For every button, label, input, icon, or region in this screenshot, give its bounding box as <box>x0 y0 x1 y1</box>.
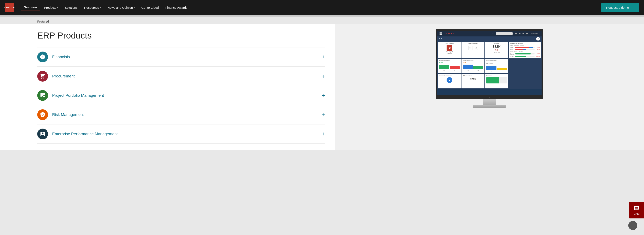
epm-icon <box>37 128 48 139</box>
widget-ap-reconciliation: AP Reconciliation $100K AP GL <box>438 59 461 73</box>
chat-label: Chat <box>634 212 639 215</box>
widget-close-calendar: Close Calendar -2 Tue Sep 29 Sep 16 <box>438 42 461 58</box>
product-label-financials: Financials <box>52 55 318 59</box>
expand-financials-icon[interactable]: + <box>322 54 325 60</box>
nav-get-to-cloud[interactable]: Get to Cloud <box>138 4 162 11</box>
list-item[interactable]: Procurement + <box>37 67 325 86</box>
top-strip <box>0 15 644 16</box>
product-list: $ Financials + Procurement + <box>37 47 325 144</box>
journal-note: +34 and +50k <box>494 52 500 53</box>
subledger-icons: GL AR <box>468 46 478 50</box>
project-portfolio-icon <box>37 90 48 101</box>
product-label-project: Project Portfolio Management <box>52 93 318 98</box>
nav-finance-awards[interactable]: Finance Awards <box>162 4 190 11</box>
nav-news[interactable]: News and Opinion ▾ <box>104 4 138 11</box>
monitor-stand-neck <box>483 99 496 105</box>
monitor-chin <box>436 96 543 99</box>
logo[interactable]: ORACLE <box>5 3 14 12</box>
toolbar-dot <box>441 38 442 39</box>
help-icon[interactable]: ? <box>536 37 540 40</box>
menu-icon: ☰ <box>439 32 442 35</box>
nav-resources[interactable]: Resources ▾ <box>81 4 104 11</box>
chevron-down-icon: ▾ <box>134 6 135 9</box>
scroll-up-button[interactable]: ↑ <box>628 221 638 230</box>
monitor-top-bar: ☰ ORACLE ⌂ Jamie Frost ▾ <box>437 31 542 36</box>
chat-widget[interactable]: Chat <box>629 202 644 218</box>
request-demo-button[interactable]: Request a demo → <box>601 3 639 12</box>
widget-ic-reconciliation: IC Reconciliation $84.2K $31.9K AR <box>485 59 508 73</box>
calendar-date: Tue Sep 29 <box>446 51 453 52</box>
widget-ic-transactions: IC Transactions $75k <box>462 74 484 88</box>
nav-links: Overview Products ▾ Solutions Resources … <box>21 4 601 11</box>
oracle-logo-small: ORACLE <box>444 32 454 35</box>
widget-ar-reconciliation: AR Reconciliation $2.5M AR GL <box>462 59 484 73</box>
svg-text:$: $ <box>42 56 44 58</box>
arrow-icon: → <box>631 6 634 9</box>
featured-label: Featured <box>0 16 644 24</box>
chevron-down-icon: ▾ <box>57 6 58 9</box>
calendar-sep: Sep 16 <box>447 53 452 54</box>
expand-procurement-icon[interactable]: + <box>322 73 325 80</box>
main-wrapper: Featured ERP Products $ Financials + <box>0 16 644 235</box>
calendar-icon: -2 <box>446 45 452 51</box>
list-item[interactable]: $ Financials + <box>37 47 325 67</box>
right-panel: ☰ ORACLE ⌂ Jamie Frost ▾ <box>335 24 644 150</box>
left-panel: ERP Products $ Financials + <box>0 24 335 150</box>
widget-unallocated-expenses: Unallocated Expenses ▲ <box>438 74 461 88</box>
product-label-epm: Enterprise Performance Management <box>52 132 318 136</box>
expand-epm-icon[interactable]: + <box>322 131 325 137</box>
toolbar-dot <box>439 38 440 39</box>
widget-journals: Journals $82K 13 +34 and +50k <box>485 42 508 58</box>
revenue-bars: EMEA $179M JAPAC <box>510 47 540 50</box>
product-label-risk: Risk Management <box>52 112 318 117</box>
widget-open-subledgers: Open Subledgers GL AR <box>462 42 484 58</box>
top-performers-bars: N. America $150M Lat. Am. <box>510 52 540 57</box>
expand-project-icon[interactable]: + <box>322 92 325 99</box>
nav-solutions[interactable]: Solutions <box>62 4 80 11</box>
financials-icon: $ <box>37 52 48 62</box>
page-title: ERP Products <box>37 31 325 40</box>
journal-count: 13 <box>495 49 498 52</box>
widget-revenue: Revenue vs. Forecast Bottom Performers V… <box>509 42 541 58</box>
chevron-down-icon: ▾ <box>100 6 101 9</box>
journal-amount: $82K <box>493 45 500 49</box>
risk-management-icon <box>37 109 48 120</box>
list-item[interactable]: Risk Management + <box>37 105 325 124</box>
monitor-toolbar: ? <box>437 36 542 41</box>
procurement-icon <box>37 71 48 82</box>
monitor-wrapper: ☰ ORACLE ⌂ Jamie Frost ▾ <box>436 29 543 108</box>
product-label-procurement: Procurement <box>52 74 318 78</box>
logo-text: ORACLE <box>4 6 14 9</box>
dashboard-grid: Close Calendar -2 Tue Sep 29 Sep 16 Open… <box>437 41 542 89</box>
monitor-screen: ☰ ORACLE ⌂ Jamie Frost ▾ <box>436 29 543 96</box>
chart-icon: ▲ <box>446 77 452 83</box>
content-area: ERP Products $ Financials + <box>0 24 644 150</box>
list-item[interactable]: Enterprise Performance Management + <box>37 124 325 144</box>
logo-box: ORACLE <box>5 3 14 12</box>
monitor-stand-base <box>473 105 506 108</box>
expand-risk-icon[interactable]: + <box>322 112 325 118</box>
chat-icon <box>634 205 640 211</box>
nav-products[interactable]: Products ▾ <box>41 4 61 11</box>
navigation: ORACLE Overview Products ▾ Solutions Res… <box>0 0 644 15</box>
monitor-chin-dot <box>489 97 490 98</box>
widget-expenses: Expenses <box>485 74 508 88</box>
nav-overview[interactable]: Overview <box>21 4 40 11</box>
list-item[interactable]: Project Portfolio Management + <box>37 86 325 105</box>
